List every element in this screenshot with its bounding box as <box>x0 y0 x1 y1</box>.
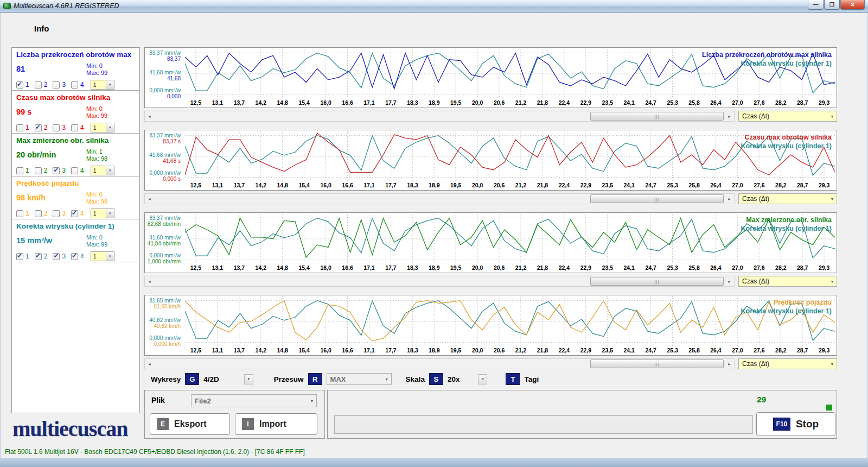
charts-area: 83,37 mm³/w83,3741,68 mm³/w41,680,000 mm… <box>144 47 837 377</box>
checkbox-chart-4[interactable] <box>71 124 78 131</box>
skala-dropdown-button[interactable]: ▼ <box>478 374 487 384</box>
style-select[interactable]: 1▼ <box>91 251 114 261</box>
style-select-value: 1 <box>91 124 106 131</box>
checkbox-chart-1[interactable] <box>16 124 23 131</box>
checkbox-chart-3[interactable] <box>53 253 60 260</box>
scroll-right-button[interactable]: ► <box>725 359 734 369</box>
close-button[interactable]: ✕ <box>840 0 865 10</box>
x-tick: 20,0 <box>467 99 488 107</box>
checkbox-chart-2[interactable] <box>35 167 42 174</box>
przesuw-select[interactable]: MAX ▼ <box>327 373 392 385</box>
chart-block: 83,37 mm³/w83,3741,68 mm³/w41,680,000 mm… <box>144 47 837 122</box>
checkbox-chart-4[interactable] <box>71 210 78 217</box>
x-tick: 17,1 <box>359 99 380 107</box>
x-tick: 17,7 <box>380 264 401 272</box>
checkbox-label: 4 <box>80 124 84 131</box>
x-tick: 27,6 <box>748 347 770 355</box>
x-tick: 23,5 <box>597 264 618 272</box>
scrollbar-track[interactable]: ||| <box>154 276 725 286</box>
scrollbar-thumb[interactable]: ||| <box>590 277 724 286</box>
x-tick: 27,6 <box>748 264 770 272</box>
minimize-button[interactable]: — <box>808 0 824 10</box>
wykresy-label: Wykresy <box>151 375 181 383</box>
x-tick: 17,7 <box>380 347 401 355</box>
scroll-right-button[interactable]: ► <box>725 276 734 286</box>
checkbox-chart-2[interactable] <box>35 210 42 217</box>
checkbox-chart-4[interactable] <box>71 81 78 89</box>
checkbox-chart-3[interactable] <box>53 81 60 89</box>
style-select[interactable]: 1▼ <box>91 80 114 90</box>
wykresy-value[interactable]: 4/2D <box>203 375 219 383</box>
multiecuscan-logo: multiecuscan <box>12 416 127 441</box>
checkbox-chart-4[interactable] <box>71 167 78 174</box>
style-select[interactable]: 1▼ <box>91 209 114 218</box>
checkbox-chart-1[interactable] <box>16 167 23 174</box>
x-tick: 28,7 <box>792 99 813 107</box>
checkbox-chart-2[interactable] <box>35 124 42 131</box>
x-tick: 13,1 <box>207 99 228 107</box>
checkbox-chart-2[interactable] <box>35 253 42 260</box>
parameter-min: Min: 0 <box>86 234 135 241</box>
x-axis-mode-select[interactable]: Czas (Δt) ▼ <box>738 193 837 204</box>
x-axis-ticks: 12,513,113,714,214,815,416,016,617,117,7… <box>185 347 835 355</box>
wykresy-dropdown-button[interactable]: ▼ <box>244 374 253 384</box>
x-axis-mode-select[interactable]: Czas (Δt) ▼ <box>738 358 837 369</box>
chevron-down-icon: ▼ <box>828 280 837 283</box>
chart-legend: Liczba przekroczeń obrotów max silnikaKo… <box>702 51 832 68</box>
checkbox-chart-1[interactable] <box>16 210 23 217</box>
tagi-label[interactable]: Tagi <box>524 375 539 383</box>
x-tick: 14,8 <box>272 182 293 190</box>
scroll-right-button[interactable]: ► <box>725 111 734 121</box>
scrollbar-thumb[interactable]: ||| <box>590 359 724 368</box>
y-axis-labels: 83,37 mm³/w82,68 obr/min41,68 mm³/w41,84… <box>145 213 183 273</box>
x-tick: 20,0 <box>467 264 488 272</box>
x-tick: 21,2 <box>510 347 532 355</box>
tab-info[interactable]: Info <box>34 24 49 33</box>
eksport-button[interactable]: E Eksport <box>150 413 230 435</box>
x-tick: 25,3 <box>662 264 684 272</box>
file-select[interactable]: File2 ▼ <box>191 394 317 407</box>
scroll-left-button[interactable]: ◄ <box>145 359 154 369</box>
checkbox-chart-4[interactable] <box>71 253 78 260</box>
x-axis-mode-select[interactable]: Czas (Δt) ▼ <box>738 111 837 122</box>
checkbox-chart-2[interactable] <box>35 81 42 89</box>
restore-button[interactable]: ❐ <box>824 0 840 10</box>
style-select[interactable]: 1▼ <box>91 166 114 175</box>
scrollbar-thumb[interactable]: ||| <box>590 194 724 203</box>
stop-button[interactable]: F10 Stop <box>756 412 835 436</box>
skala-value[interactable]: 20x <box>448 375 460 383</box>
chart-scroll-row: ◄ ||| ► Czas (Δt) ▼ <box>144 358 837 369</box>
scroll-left-button[interactable]: ◄ <box>145 111 154 121</box>
scroll-left-button[interactable]: ◄ <box>145 194 154 204</box>
grip-icon: ||| <box>654 362 659 367</box>
scroll-left-button[interactable]: ◄ <box>145 276 154 286</box>
x-axis-mode-select[interactable]: Czas (Δt) ▼ <box>738 276 837 287</box>
scrollbar-thumb[interactable]: ||| <box>590 112 724 121</box>
checkbox-chart-3[interactable] <box>53 124 60 131</box>
x-tick: 24,1 <box>618 264 640 272</box>
parameter-panel: Max zmierzone obr. silnika 20 obr/min Mi… <box>12 134 139 176</box>
scroll-right-button[interactable]: ► <box>725 194 734 204</box>
checkbox-chart-3[interactable] <box>53 210 60 217</box>
x-tick: 16,6 <box>337 264 359 272</box>
chevron-down-icon: ▼ <box>106 209 114 218</box>
style-select-value: 1 <box>91 81 106 88</box>
x-tick: 22,9 <box>575 347 597 355</box>
scrollbar-track[interactable]: ||| <box>154 194 725 204</box>
checkbox-chart-3[interactable] <box>53 167 60 174</box>
x-tick: 12,5 <box>185 182 207 190</box>
checkbox-chart-1[interactable] <box>16 253 23 260</box>
checkbox-label: 4 <box>80 253 84 260</box>
import-button[interactable]: I Import <box>235 413 317 435</box>
x-tick: 22,4 <box>553 347 575 355</box>
chart-panel: 81,65 mm³/w81,65 km/h40,82 mm³/w40,82 km… <box>144 295 837 356</box>
x-tick: 20,6 <box>488 264 510 272</box>
checkbox-chart-1[interactable] <box>16 81 23 89</box>
chart-scrollbar: ◄ ||| ► <box>144 111 735 122</box>
scrollbar-track[interactable]: ||| <box>154 359 725 369</box>
x-tick: 15,4 <box>293 182 315 190</box>
style-select[interactable]: 1▼ <box>91 123 114 132</box>
y-axis-label-group: 0,000 mm³/w0,000 s <box>145 170 181 182</box>
scrollbar-track[interactable]: ||| <box>154 111 725 121</box>
x-tick: 16,0 <box>315 99 337 107</box>
